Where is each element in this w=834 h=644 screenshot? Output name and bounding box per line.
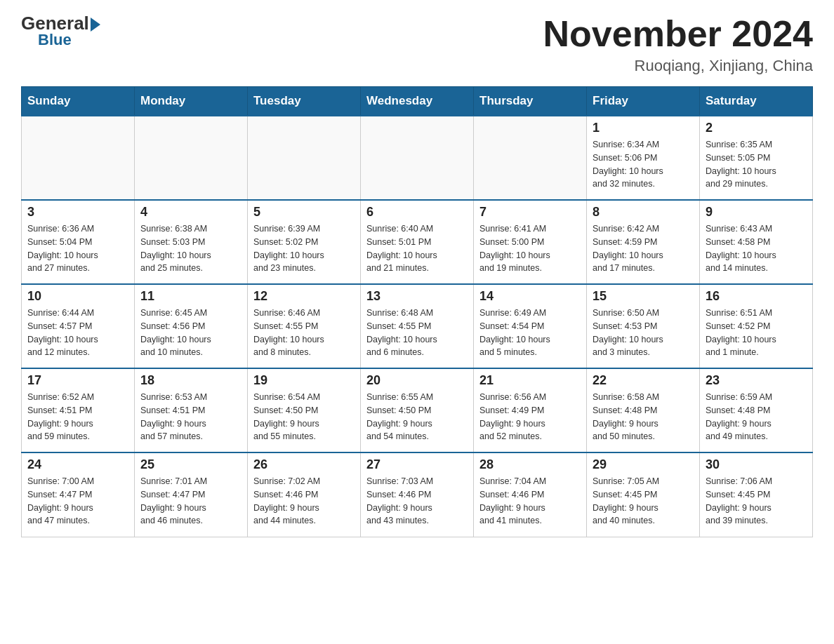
- day-number: 18: [140, 373, 241, 388]
- week-row-2: 3Sunrise: 6:36 AMSunset: 5:04 PMDaylight…: [22, 200, 813, 284]
- day-info: Sunrise: 6:40 AMSunset: 5:01 PMDaylight:…: [366, 222, 468, 275]
- day-info: Sunrise: 6:49 AMSunset: 4:54 PMDaylight:…: [479, 307, 581, 359]
- col-wednesday: Wednesday: [361, 87, 474, 116]
- calendar-cell-4-6: 30Sunrise: 7:06 AMSunset: 4:45 PMDayligh…: [700, 452, 813, 537]
- day-number: 10: [27, 289, 128, 304]
- day-number: 8: [593, 205, 694, 220]
- header: General Blue November 2024 Ruoqiang, Xin…: [21, 14, 813, 75]
- day-info: Sunrise: 6:52 AMSunset: 4:51 PMDaylight:…: [27, 391, 128, 443]
- location: Ruoqiang, Xinjiang, China: [543, 57, 813, 75]
- day-info: Sunrise: 6:55 AMSunset: 4:50 PMDaylight:…: [366, 391, 468, 443]
- day-number: 26: [253, 457, 355, 472]
- day-number: 23: [706, 373, 807, 388]
- day-number: 16: [706, 289, 807, 304]
- day-info: Sunrise: 6:56 AMSunset: 4:49 PMDaylight:…: [479, 391, 581, 443]
- day-info: Sunrise: 6:39 AMSunset: 5:02 PMDaylight:…: [253, 222, 355, 275]
- day-info: Sunrise: 6:45 AMSunset: 4:56 PMDaylight:…: [140, 307, 241, 359]
- calendar-cell-3-4: 21Sunrise: 6:56 AMSunset: 4:49 PMDayligh…: [474, 368, 587, 452]
- calendar-cell-3-0: 17Sunrise: 6:52 AMSunset: 4:51 PMDayligh…: [22, 368, 135, 452]
- calendar-cell-4-4: 28Sunrise: 7:04 AMSunset: 4:46 PMDayligh…: [474, 452, 587, 537]
- day-number: 15: [593, 289, 694, 304]
- col-tuesday: Tuesday: [248, 87, 361, 116]
- day-info: Sunrise: 6:35 AMSunset: 5:05 PMDaylight:…: [706, 138, 807, 191]
- day-number: 1: [593, 121, 694, 135]
- day-number: 6: [366, 205, 468, 220]
- col-thursday: Thursday: [474, 87, 587, 116]
- day-info: Sunrise: 6:59 AMSunset: 4:48 PMDaylight:…: [706, 391, 807, 443]
- day-number: 12: [253, 289, 355, 304]
- calendar-cell-0-4: [474, 116, 587, 200]
- calendar-cell-4-5: 29Sunrise: 7:05 AMSunset: 4:45 PMDayligh…: [587, 452, 700, 537]
- week-row-1: 1Sunrise: 6:34 AMSunset: 5:06 PMDaylight…: [22, 116, 813, 200]
- day-info: Sunrise: 6:41 AMSunset: 5:00 PMDaylight:…: [479, 222, 581, 275]
- day-number: 2: [706, 121, 807, 135]
- logo: General Blue: [21, 14, 100, 48]
- calendar-cell-3-2: 19Sunrise: 6:54 AMSunset: 4:50 PMDayligh…: [248, 368, 361, 452]
- calendar-cell-2-5: 15Sunrise: 6:50 AMSunset: 4:53 PMDayligh…: [587, 284, 700, 368]
- day-info: Sunrise: 6:42 AMSunset: 4:59 PMDaylight:…: [593, 222, 694, 275]
- day-number: 27: [366, 457, 468, 472]
- day-info: Sunrise: 7:04 AMSunset: 4:46 PMDaylight:…: [479, 475, 581, 528]
- calendar-cell-3-6: 23Sunrise: 6:59 AMSunset: 4:48 PMDayligh…: [700, 368, 813, 452]
- day-info: Sunrise: 6:46 AMSunset: 4:55 PMDaylight:…: [253, 307, 355, 359]
- calendar-cell-2-2: 12Sunrise: 6:46 AMSunset: 4:55 PMDayligh…: [248, 284, 361, 368]
- calendar-cell-0-5: 1Sunrise: 6:34 AMSunset: 5:06 PMDaylight…: [587, 116, 700, 200]
- day-number: 25: [140, 457, 241, 472]
- calendar-cell-3-3: 20Sunrise: 6:55 AMSunset: 4:50 PMDayligh…: [361, 368, 474, 452]
- month-title: November 2024: [543, 14, 813, 54]
- logo-line2: Blue: [21, 32, 100, 48]
- calendar-cell-0-2: [248, 116, 361, 200]
- day-info: Sunrise: 7:00 AMSunset: 4:47 PMDaylight:…: [27, 475, 128, 528]
- calendar-cell-2-0: 10Sunrise: 6:44 AMSunset: 4:57 PMDayligh…: [22, 284, 135, 368]
- calendar-cell-0-6: 2Sunrise: 6:35 AMSunset: 5:05 PMDaylight…: [700, 116, 813, 200]
- day-info: Sunrise: 7:06 AMSunset: 4:45 PMDaylight:…: [706, 475, 807, 528]
- day-number: 21: [479, 373, 581, 388]
- day-number: 3: [27, 205, 128, 220]
- day-info: Sunrise: 7:05 AMSunset: 4:45 PMDaylight:…: [593, 475, 694, 528]
- day-info: Sunrise: 7:01 AMSunset: 4:47 PMDaylight:…: [140, 475, 241, 528]
- day-number: 29: [593, 457, 694, 472]
- day-info: Sunrise: 6:53 AMSunset: 4:51 PMDaylight:…: [140, 391, 241, 443]
- col-saturday: Saturday: [700, 87, 813, 116]
- day-info: Sunrise: 6:50 AMSunset: 4:53 PMDaylight:…: [593, 307, 694, 359]
- calendar-cell-1-0: 3Sunrise: 6:36 AMSunset: 5:04 PMDaylight…: [22, 200, 135, 284]
- day-info: Sunrise: 6:48 AMSunset: 4:55 PMDaylight:…: [366, 307, 468, 359]
- day-info: Sunrise: 6:36 AMSunset: 5:04 PMDaylight:…: [27, 222, 128, 275]
- day-number: 17: [27, 373, 128, 388]
- week-row-5: 24Sunrise: 7:00 AMSunset: 4:47 PMDayligh…: [22, 452, 813, 537]
- day-info: Sunrise: 6:54 AMSunset: 4:50 PMDaylight:…: [253, 391, 355, 443]
- calendar-cell-3-5: 22Sunrise: 6:58 AMSunset: 4:48 PMDayligh…: [587, 368, 700, 452]
- day-number: 28: [479, 457, 581, 472]
- day-number: 4: [140, 205, 241, 220]
- day-info: Sunrise: 6:51 AMSunset: 4:52 PMDaylight:…: [706, 307, 807, 359]
- day-number: 13: [366, 289, 468, 304]
- logo-line1: General: [21, 14, 100, 32]
- day-number: 11: [140, 289, 241, 304]
- day-info: Sunrise: 7:03 AMSunset: 4:46 PMDaylight:…: [366, 475, 468, 528]
- day-info: Sunrise: 6:34 AMSunset: 5:06 PMDaylight:…: [593, 138, 694, 191]
- calendar-cell-0-1: [135, 116, 248, 200]
- week-row-4: 17Sunrise: 6:52 AMSunset: 4:51 PMDayligh…: [22, 368, 813, 452]
- calendar-cell-4-1: 25Sunrise: 7:01 AMSunset: 4:47 PMDayligh…: [135, 452, 248, 537]
- day-info: Sunrise: 6:43 AMSunset: 4:58 PMDaylight:…: [706, 222, 807, 275]
- day-number: 19: [253, 373, 355, 388]
- title-area: November 2024 Ruoqiang, Xinjiang, China: [543, 14, 813, 75]
- col-monday: Monday: [135, 87, 248, 116]
- calendar-cell-1-2: 5Sunrise: 6:39 AMSunset: 5:02 PMDaylight…: [248, 200, 361, 284]
- page: General Blue November 2024 Ruoqiang, Xin…: [0, 0, 834, 558]
- calendar-cell-1-4: 7Sunrise: 6:41 AMSunset: 5:00 PMDaylight…: [474, 200, 587, 284]
- calendar-cell-3-1: 18Sunrise: 6:53 AMSunset: 4:51 PMDayligh…: [135, 368, 248, 452]
- day-number: 9: [706, 205, 807, 220]
- calendar-cell-4-0: 24Sunrise: 7:00 AMSunset: 4:47 PMDayligh…: [22, 452, 135, 537]
- week-row-3: 10Sunrise: 6:44 AMSunset: 4:57 PMDayligh…: [22, 284, 813, 368]
- day-number: 24: [27, 457, 128, 472]
- calendar-cell-2-4: 14Sunrise: 6:49 AMSunset: 4:54 PMDayligh…: [474, 284, 587, 368]
- calendar-header-row: Sunday Monday Tuesday Wednesday Thursday…: [22, 87, 813, 116]
- col-friday: Friday: [587, 87, 700, 116]
- calendar-cell-4-3: 27Sunrise: 7:03 AMSunset: 4:46 PMDayligh…: [361, 452, 474, 537]
- calendar-cell-2-6: 16Sunrise: 6:51 AMSunset: 4:52 PMDayligh…: [700, 284, 813, 368]
- calendar-cell-1-1: 4Sunrise: 6:38 AMSunset: 5:03 PMDaylight…: [135, 200, 248, 284]
- day-number: 5: [253, 205, 355, 220]
- day-info: Sunrise: 6:38 AMSunset: 5:03 PMDaylight:…: [140, 222, 241, 275]
- calendar-cell-1-3: 6Sunrise: 6:40 AMSunset: 5:01 PMDaylight…: [361, 200, 474, 284]
